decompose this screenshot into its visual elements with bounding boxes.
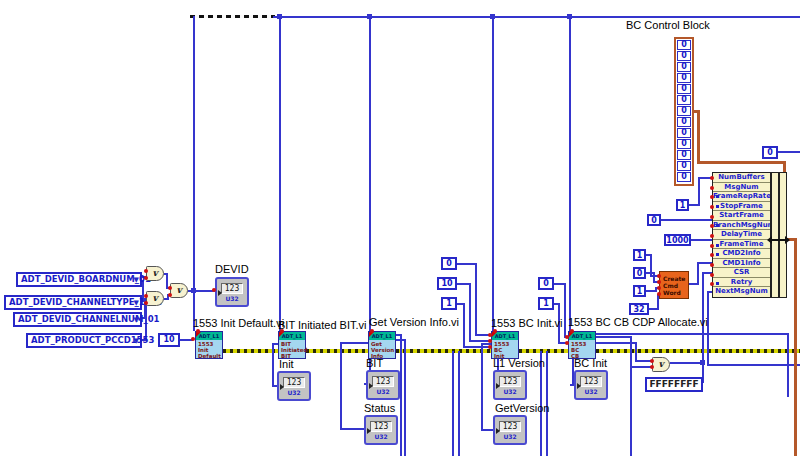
wire-blue[interactable]	[340, 342, 342, 430]
wire-error-cluster[interactable]	[596, 349, 800, 353]
wire-blue[interactable]	[649, 308, 657, 310]
constant-startframe-0[interactable]: 0	[647, 214, 661, 226]
vi-node-get-version[interactable]: ADT_L1 GetVersionInfo	[368, 331, 396, 359]
wire-cluster-brown[interactable]	[697, 110, 700, 163]
wire-blue[interactable]	[396, 339, 404, 341]
bundle-field[interactable]: MsgNum	[713, 183, 770, 193]
bundle-field[interactable]: StartFrame	[713, 211, 770, 221]
constant-ccw-32[interactable]: 32	[629, 303, 649, 315]
wire-blue[interactable]	[272, 343, 274, 387]
numeric-indicator-l1-version[interactable]: 123U32	[493, 370, 527, 400]
bundle-field[interactable]: FrameRepRate	[713, 192, 770, 202]
constant-10[interactable]: 10	[158, 333, 180, 347]
array-element[interactable]: 0	[677, 106, 691, 116]
or-gate-2[interactable]: v	[146, 291, 164, 306]
array-element[interactable]: 0	[677, 128, 691, 138]
wire-blue[interactable]	[463, 303, 465, 347]
array-element[interactable]: 0	[677, 40, 691, 50]
wire-blue[interactable]	[369, 16, 371, 331]
array-element[interactable]: 0	[677, 51, 691, 61]
bc-control-block-array[interactable]: 0000000000000	[674, 37, 694, 186]
array-element[interactable]: 0	[677, 161, 691, 171]
wire-blue[interactable]	[400, 334, 402, 456]
wire-error-cluster[interactable]	[223, 349, 278, 353]
enum-constant-product[interactable]: ADT_PRODUCT_PCCD1553▼	[26, 333, 142, 348]
array-element[interactable]: 0	[677, 84, 691, 94]
wire-blue[interactable]	[661, 219, 712, 221]
wire-blue[interactable]	[646, 290, 655, 292]
wire-blue[interactable]	[457, 283, 469, 285]
numeric-indicator-bc-init[interactable]: 123U32	[574, 370, 608, 400]
numeric-indicator-devid[interactable]: 123U32	[215, 277, 249, 307]
constant-cdp-0[interactable]: 0	[538, 277, 554, 290]
bundle-field[interactable]: DelayTime	[713, 230, 770, 240]
constant-bcinit-1[interactable]: 1	[441, 297, 457, 310]
array-element[interactable]: 0	[677, 139, 691, 149]
wire-blue[interactable]	[554, 283, 564, 285]
bundle-field[interactable]: StopFrame	[713, 202, 770, 212]
wire-blue[interactable]	[469, 283, 471, 341]
wire-blue[interactable]	[458, 351, 460, 456]
bundle-field[interactable]: CMD1Info	[713, 259, 770, 269]
wire-blue[interactable]	[698, 177, 700, 206]
wire-dashed[interactable]	[190, 15, 275, 18]
wire-blue[interactable]	[697, 262, 699, 285]
constant-ccw-1a[interactable]: 1	[633, 249, 646, 261]
wire-blue[interactable]	[670, 362, 702, 364]
bundle-by-name-node[interactable]: NumBuffers MsgNum FrameRepRate StopFrame…	[712, 172, 771, 298]
wire-blue[interactable]	[452, 351, 454, 456]
array-element[interactable]: 0	[677, 117, 691, 127]
wire-blue[interactable]	[707, 364, 800, 366]
vi-node-bit-initiated[interactable]: ADT_L1 BITInitiatedBIT	[278, 331, 306, 359]
array-element[interactable]: 0	[677, 172, 691, 182]
wire-blue[interactable]	[279, 16, 281, 331]
wire-blue[interactable]	[596, 336, 630, 338]
constant-ccw-1b[interactable]: 1	[633, 285, 646, 297]
wire-blue[interactable]	[475, 263, 477, 335]
vi-node-cdp-allocate[interactable]: ADT_L1 1553BCCB	[568, 331, 596, 359]
wire-blue[interactable]	[481, 343, 483, 430]
constant-delaytime-1000[interactable]: 1000	[664, 234, 691, 246]
or-gate-1[interactable]: v	[146, 266, 164, 281]
array-element[interactable]: 0	[677, 62, 691, 72]
wire-blue[interactable]	[564, 283, 566, 337]
bundle-field[interactable]: NumBuffers	[713, 173, 770, 183]
wire-error-cluster[interactable]	[396, 349, 491, 353]
chevron-down-icon[interactable]: ▼	[134, 315, 139, 326]
wire-cluster-brown[interactable]	[697, 161, 786, 164]
wire-blue[interactable]	[193, 16, 195, 331]
bundle-field[interactable]: CSR	[713, 268, 770, 278]
wire-blue[interactable]	[689, 283, 697, 285]
wire-blue[interactable]	[492, 16, 494, 331]
wire-blue[interactable]	[691, 239, 712, 241]
or-gate-3[interactable]: v	[170, 283, 188, 298]
wire-blue[interactable]	[457, 263, 475, 265]
enum-constant-channeltype[interactable]: ADT_DEVID_CHANNELTYPE_1553▼	[4, 295, 142, 310]
or-gate-4[interactable]: v	[652, 357, 670, 372]
numeric-indicator-getversion[interactable]: 123U32	[493, 415, 527, 445]
wire-blue[interactable]	[630, 336, 632, 456]
vi-node-init-default[interactable]: ADT_L1 1553InitDefault	[195, 331, 223, 359]
wire-blue[interactable]	[635, 342, 637, 361]
wire-blue[interactable]	[646, 272, 653, 274]
constant-ccw-0[interactable]: 0	[633, 267, 646, 279]
enum-constant-channelnum[interactable]: ADT_DEVID_CHANNELNUM_01▼	[13, 312, 142, 327]
bundle-field[interactable]: NextMsgNum	[713, 287, 770, 297]
constant-bcinit-10[interactable]: 10	[437, 277, 457, 290]
chevron-down-icon[interactable]: ▼	[134, 298, 139, 309]
wire-blue[interactable]	[778, 151, 800, 153]
bundle-field[interactable]: FrameTime	[713, 240, 770, 250]
wire-blue[interactable]	[273, 16, 800, 18]
numeric-indicator-bit[interactable]: 123U32	[366, 370, 400, 400]
numeric-indicator-init[interactable]: 123U32	[277, 371, 311, 401]
wire-blue[interactable]	[630, 366, 652, 368]
bundle-field[interactable]: BranchMsgNum	[713, 221, 770, 231]
constant-cdp-1[interactable]: 1	[538, 297, 554, 310]
array-element[interactable]: 0	[677, 95, 691, 105]
chevron-down-icon[interactable]: ▼	[134, 336, 139, 347]
numeric-indicator-status[interactable]: 123U32	[364, 415, 398, 445]
vi-node-bc-init[interactable]: ADT_L1 1553BCInit	[491, 331, 519, 359]
wire-blue[interactable]	[463, 346, 491, 348]
array-element[interactable]: 0	[677, 150, 691, 160]
wire-error-cluster[interactable]	[519, 349, 568, 353]
